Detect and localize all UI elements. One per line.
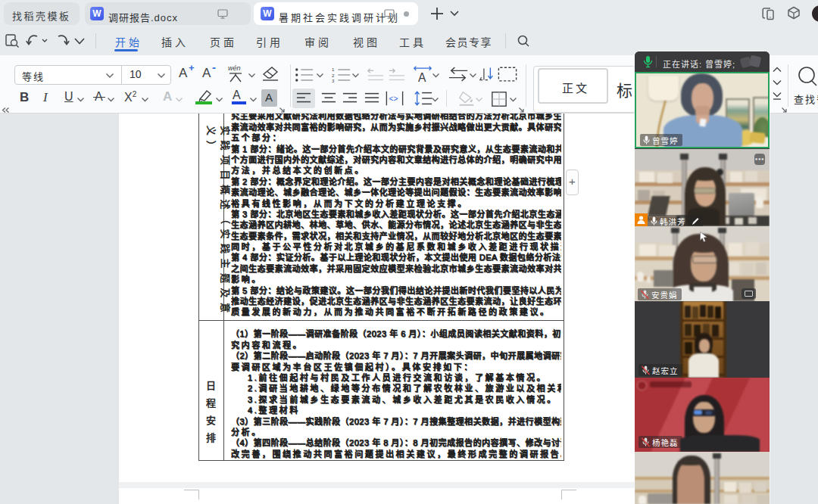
svg-text:A: A bbox=[418, 71, 426, 84]
svg-text:1: 1 bbox=[332, 67, 335, 72]
svg-text:wén: wén bbox=[228, 64, 241, 72]
svg-text:2: 2 bbox=[332, 73, 335, 78]
svg-text:3: 3 bbox=[332, 79, 335, 83]
svg-text:<>: <> bbox=[389, 95, 398, 103]
